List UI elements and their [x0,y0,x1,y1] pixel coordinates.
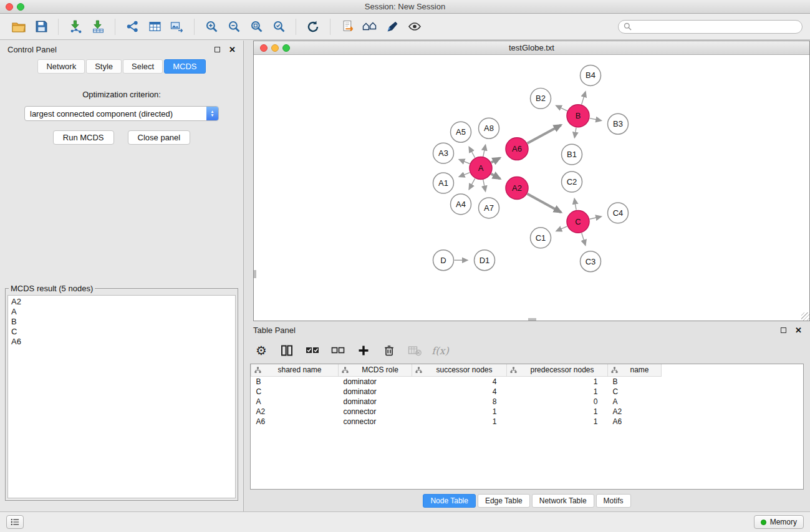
deselect-all-button[interactable] [329,342,347,359]
delete-row-button[interactable] [380,342,398,359]
column-header-mcds-role[interactable]: MCDS role [339,364,412,376]
table-cell[interactable]: dominator [339,397,412,407]
network-zoom-button[interactable] [282,44,290,52]
resize-grip[interactable] [801,312,809,321]
zoom-out-button[interactable] [223,17,245,37]
table-row[interactable]: A6connector11A6 [251,417,804,427]
network-minimize-button[interactable] [271,44,279,52]
graph-edge[interactable] [582,233,586,245]
graph-edge[interactable] [574,199,576,210]
table-cell[interactable]: 1 [507,376,608,387]
tab-select[interactable]: Select [123,59,163,74]
zoom-in-button[interactable] [200,17,223,37]
graph-edge[interactable] [574,128,576,138]
table-cell[interactable]: A2 [251,407,339,417]
column-header-predecessor-nodes[interactable]: predecessor nodes [507,364,608,376]
graph-edge[interactable] [469,147,475,158]
table-settings-button[interactable]: ⚙ [253,342,270,359]
graph-edge[interactable] [556,105,567,110]
table-cell[interactable]: 1 [507,387,608,397]
import-network-from-file-button[interactable] [64,17,87,37]
table-cell[interactable]: B [608,376,662,387]
table-cell[interactable]: dominator [339,387,412,397]
close-panel-icon[interactable]: ✕ [229,46,236,54]
table-cell[interactable]: A6 [251,417,339,427]
delete-table-button[interactable] [406,342,423,359]
result-item[interactable]: A [11,307,232,317]
table-cell[interactable]: A2 [608,407,662,417]
search-field[interactable] [618,20,803,34]
zoom-window-button[interactable] [17,3,24,11]
network-close-button[interactable] [260,44,268,52]
graph-edge[interactable] [460,173,470,177]
graph-edge[interactable] [491,174,500,179]
search-input[interactable] [635,22,797,32]
graph-edge[interactable] [460,160,470,164]
zoom-selected-button[interactable] [268,17,290,37]
table-cell[interactable]: C [608,387,662,397]
table-cell[interactable]: 1 [412,407,507,417]
refresh-layout-button[interactable] [302,17,324,37]
table-row[interactable]: Adominator80A [251,397,804,407]
table-cell[interactable]: 1 [507,417,608,427]
table-cell[interactable]: A [251,397,339,407]
result-item[interactable]: B [11,317,232,327]
vertical-scroll-indicator[interactable] [254,270,256,278]
table-row[interactable]: Bdominator41B [251,376,804,387]
export-document-button[interactable] [336,17,359,37]
graph-edge[interactable] [491,158,500,162]
network-canvas[interactable]: B4B2BB3A5A8A6A3B1AC2A1A2A4A7C4CC1C3DD1 [254,55,809,321]
task-history-button[interactable] [6,515,24,529]
graph-edge[interactable] [483,145,486,157]
tab-network-table[interactable]: Network Table [532,494,594,508]
table-cell[interactable]: B [251,376,339,387]
new-network-button[interactable] [121,17,143,37]
export-image-button[interactable] [166,17,188,37]
graph-edge[interactable] [528,194,561,213]
table-cell[interactable]: 1 [412,417,507,427]
function-builder-button[interactable]: f(x) [432,342,449,359]
network-graph[interactable]: B4B2BB3A5A8A6A3B1AC2A1A2A4A7C4CC1C3DD1 [254,55,809,321]
annotation-pen-button[interactable] [381,17,403,37]
graph-edge[interactable] [528,125,561,143]
graph-edge[interactable] [556,226,567,231]
column-header-shared-name[interactable]: shared name [251,364,339,376]
show-hide-button[interactable] [403,17,426,37]
table-cell[interactable]: 4 [412,376,507,387]
show-columns-button[interactable] [278,342,296,359]
save-session-button[interactable] [30,17,52,37]
table-cell[interactable]: connector [339,407,412,417]
table-cell[interactable]: dominator [339,376,412,387]
table-cell[interactable]: C [251,387,339,397]
table-cell[interactable]: 1 [507,407,608,417]
run-mcds-button[interactable]: Run MCDS [53,130,114,145]
graph-edge[interactable] [483,180,486,191]
memory-button[interactable]: Memory [754,515,804,529]
graph-edge[interactable] [582,92,586,104]
mcds-result-list[interactable]: A2ABCA6 [7,295,236,498]
horizontal-scroll-indicator[interactable] [528,318,536,321]
column-header-successor-nodes[interactable]: successor nodes [412,364,507,376]
column-header-name[interactable]: name [608,364,662,376]
tab-edge-table[interactable]: Edge Table [478,494,530,508]
graph-edge[interactable] [469,178,475,189]
close-window-button[interactable] [6,3,13,11]
result-item[interactable]: A6 [11,337,232,347]
new-table-button[interactable] [143,17,166,37]
tab-node-table[interactable]: Node Table [423,494,476,508]
table-cell[interactable]: A [608,397,662,407]
close-table-panel-icon[interactable]: ✕ [795,326,802,334]
close-panel-button[interactable]: Close panel [128,130,191,145]
tab-mcds[interactable]: MCDS [164,59,205,74]
graph-edge[interactable] [590,118,602,121]
import-table-from-file-button[interactable] [87,17,109,37]
table-cell[interactable]: A6 [608,417,662,427]
result-item[interactable]: C [11,327,232,337]
tab-network[interactable]: Network [37,59,85,74]
table-cell[interactable]: 0 [507,397,608,407]
select-all-button[interactable] [304,342,321,359]
result-item[interactable]: A2 [11,297,232,307]
table-cell[interactable]: connector [339,417,412,427]
table-cell[interactable]: 4 [412,387,507,397]
tab-style[interactable]: Style [86,59,122,74]
